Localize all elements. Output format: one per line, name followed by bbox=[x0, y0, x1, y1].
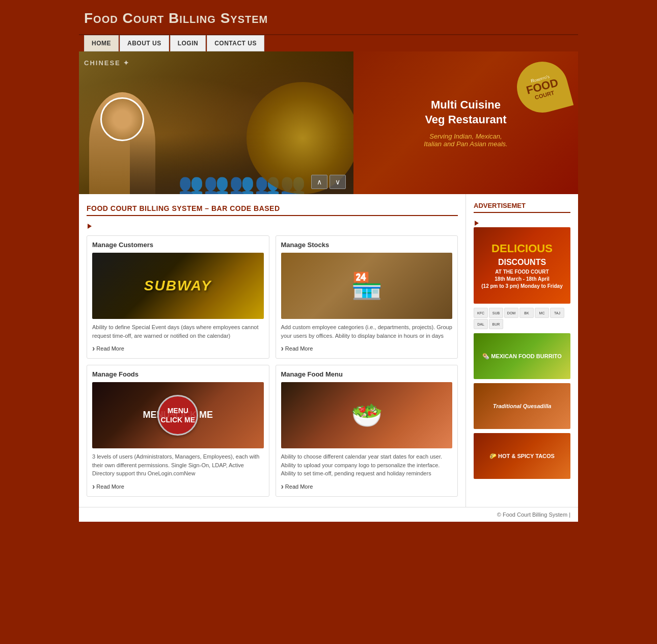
cards-grid: Manage Customers Ability to define Speci… bbox=[87, 235, 458, 497]
header: Food Court Billing System bbox=[79, 0, 578, 35]
card-manage-stocks: Manage Stocks Add custom employee catego… bbox=[276, 235, 458, 359]
nav-item-about[interactable]: ABOUT US bbox=[120, 35, 169, 51]
card-title-stocks: Manage Stocks bbox=[281, 241, 453, 249]
hero-next-button[interactable]: ∨ bbox=[330, 175, 346, 189]
ad-logo-row: KFC SUB DOM BK MC TAJ DAL BUR bbox=[474, 308, 570, 329]
ad-big-text: DELICIOUS bbox=[481, 241, 562, 257]
ad-quesadilla[interactable]: Traditional Quesadilla bbox=[474, 383, 570, 429]
ad-tacos-label: 🌮 HOT & SPICY TACOS bbox=[489, 453, 555, 460]
chinese-sign: CHINESE ✦ bbox=[84, 59, 130, 67]
menu-text-1: MENU bbox=[168, 406, 188, 415]
logo-kfc: KFC bbox=[474, 308, 488, 318]
card-manage-customers: Manage Customers Ability to define Speci… bbox=[87, 235, 269, 359]
card-desc-foodmenu: Ability to choose different calendar yea… bbox=[281, 452, 453, 478]
hero-badge: Roberto's FOOD COURT bbox=[511, 56, 573, 118]
main-container: FOOD COURT BILLING SYSTEM – BAR CODE BAS… bbox=[79, 194, 578, 507]
ad-label: DISCOUNTS bbox=[481, 257, 562, 268]
read-more-stocks[interactable]: Read More bbox=[281, 344, 453, 353]
menu-circle[interactable]: MENU CLICK ME bbox=[157, 395, 198, 436]
nav-item-login[interactable]: LOGIN bbox=[170, 35, 206, 51]
footer-separator: | bbox=[569, 512, 570, 518]
footer: © Food Court Billing System | bbox=[79, 507, 578, 522]
read-more-foodmenu[interactable]: Read More bbox=[281, 482, 453, 491]
card-img-subway bbox=[92, 253, 264, 319]
ad-burrito[interactable]: 🌯 MEXICAN FOOD BURRITO bbox=[474, 333, 570, 379]
hero-right: Roberto's FOOD COURT Multi CuisineVeg Re… bbox=[353, 51, 578, 194]
ad-discounts-text: DELICIOUS DISCOUNTS AT THE FOOD COURT 18… bbox=[481, 241, 562, 289]
read-more-customers[interactable]: Read More bbox=[92, 344, 264, 353]
card-desc-customers: Ability to define Special Event days (da… bbox=[92, 323, 264, 340]
footer-copyright: © Food Court Billing System bbox=[497, 512, 567, 518]
section-arrow bbox=[88, 224, 92, 229]
ad-sub2: 18th March - 18th April bbox=[481, 276, 562, 283]
card-img-stocks bbox=[281, 253, 453, 319]
logo-dal: DAL bbox=[474, 319, 488, 329]
site-title: Food Court Billing System bbox=[84, 10, 573, 26]
logo-taj: TAJ bbox=[550, 308, 564, 318]
card-img-foods: MENU CLICK ME bbox=[92, 382, 264, 448]
logo-sub: SUB bbox=[489, 308, 503, 318]
card-desc-stocks: Add custom employee categories (i.e., de… bbox=[281, 323, 453, 340]
content-area: FOOD COURT BILLING SYSTEM – BAR CODE BAS… bbox=[79, 194, 466, 507]
logo-dom: DOM bbox=[504, 308, 518, 318]
read-more-foods[interactable]: Read More bbox=[92, 482, 264, 491]
ad-discounts[interactable]: DELICIOUS DISCOUNTS AT THE FOOD COURT 18… bbox=[474, 227, 570, 304]
card-desc-foods: 3 levels of users (Administrators, Manag… bbox=[92, 452, 264, 478]
main-section-title: FOOD COURT BILLING SYSTEM – BAR CODE BAS… bbox=[87, 204, 458, 216]
card-manage-foods: Manage Foods MENU CLICK ME 3 levels of u… bbox=[87, 365, 269, 497]
sidebar-arrow bbox=[475, 221, 479, 226]
ad-quesadilla-label: Traditional Quesadilla bbox=[493, 403, 552, 409]
nav-item-contact[interactable]: CONTACT US bbox=[207, 35, 264, 51]
hero-controls: ∧ ∨ bbox=[311, 175, 346, 189]
ad-tacos[interactable]: 🌮 HOT & SPICY TACOS bbox=[474, 433, 570, 479]
hero-text-main: Multi CuisineVeg Restaurant bbox=[425, 98, 506, 127]
card-title-customers: Manage Customers bbox=[92, 241, 264, 249]
card-title-foodmenu: Manage Food Menu bbox=[281, 370, 453, 378]
card-manage-food-menu: Manage Food Menu Ability to choose diffe… bbox=[276, 365, 458, 497]
hero-banner: CHINESE ✦ 👥👥👥👥👥 Roberto's FOOD COURT Mul… bbox=[79, 51, 578, 194]
ad-sub3: (12 pm to 3 pm) Monday to Friday bbox=[481, 283, 562, 290]
logo-mc: MC bbox=[535, 308, 549, 318]
hero-left: CHINESE ✦ 👥👥👥👥👥 bbox=[79, 51, 353, 194]
sidebar-title: ADVERTISEMET bbox=[474, 202, 570, 213]
logo-bk: BK bbox=[519, 308, 534, 318]
card-title-foods: Manage Foods bbox=[92, 370, 264, 378]
ad-sub1: AT THE FOOD COURT bbox=[481, 269, 562, 276]
nav: HOME ABOUT US LOGIN CONTACT US bbox=[79, 35, 578, 51]
nav-item-home[interactable]: HOME bbox=[84, 35, 119, 51]
card-img-foodmenu bbox=[281, 382, 453, 448]
sidebar: ADVERTISEMET DELICIOUS DISCOUNTS AT THE … bbox=[466, 194, 578, 507]
menu-text-2: CLICK ME bbox=[160, 415, 195, 424]
logo-bur: BUR bbox=[489, 319, 503, 329]
hero-text-sub: Serving Indian, Mexican,Italian and Pan … bbox=[424, 132, 507, 148]
ad-burrito-label: 🌯 MEXICAN FOOD BURRITO bbox=[482, 353, 562, 360]
hero-prev-button[interactable]: ∧ bbox=[311, 175, 327, 189]
